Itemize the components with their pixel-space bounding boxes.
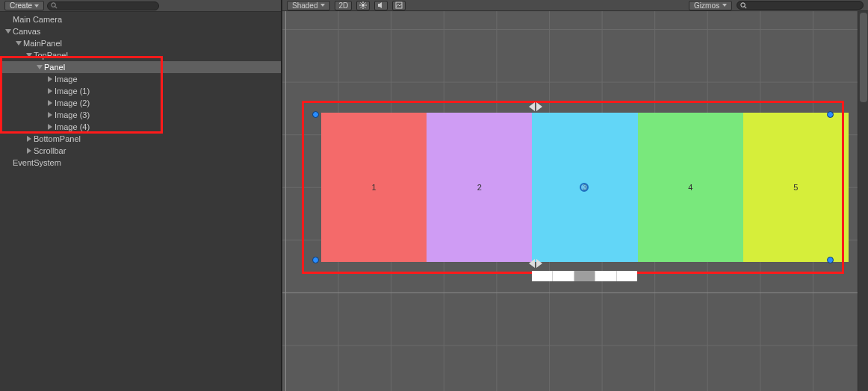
hierarchy-item-label: Panel bbox=[43, 63, 65, 72]
hierarchy-item[interactable]: Scrollbar bbox=[0, 145, 281, 157]
mode-2d-label: 2D bbox=[338, 1, 348, 10]
pivot-handle[interactable] bbox=[580, 183, 589, 192]
scene-viewport[interactable]: 12345 bbox=[282, 11, 868, 391]
search-icon bbox=[51, 2, 58, 9]
hierarchy-item-label: EventSystem bbox=[12, 158, 61, 167]
create-button[interactable]: Create bbox=[4, 1, 44, 10]
gizmos-dropdown[interactable]: Gizmos bbox=[689, 1, 732, 10]
audio-toggle[interactable] bbox=[374, 1, 388, 10]
svg-point-0 bbox=[52, 3, 55, 7]
vertical-scrollbar[interactable] bbox=[858, 11, 868, 391]
scene-panel: Shaded 2D bbox=[282, 0, 868, 391]
hierarchy-search-input[interactable] bbox=[47, 1, 159, 10]
foldout-closed-icon[interactable] bbox=[25, 135, 33, 143]
scene-toolbar: Shaded 2D bbox=[282, 0, 868, 11]
foldout-closed-icon[interactable] bbox=[46, 111, 54, 119]
hierarchy-item-label: Main Camera bbox=[12, 15, 62, 24]
hierarchy-item-label: MainPanel bbox=[22, 39, 62, 48]
chevron-down-icon bbox=[320, 4, 325, 7]
hierarchy-item[interactable]: MainPanel bbox=[0, 37, 281, 49]
canvas-scrollbar[interactable] bbox=[532, 271, 637, 281]
svg-marker-9 bbox=[48, 112, 52, 118]
svg-line-25 bbox=[745, 6, 746, 7]
svg-marker-7 bbox=[48, 88, 52, 94]
hierarchy-item[interactable]: Image (4) bbox=[0, 121, 281, 133]
svg-marker-6 bbox=[48, 76, 52, 82]
svg-point-13 bbox=[362, 4, 365, 7]
triangle-right-icon bbox=[536, 259, 542, 268]
hierarchy-item[interactable]: TopPanel bbox=[0, 49, 281, 61]
triangle-left-icon bbox=[529, 259, 535, 268]
foldout-none bbox=[4, 16, 12, 23]
hierarchy-item[interactable]: Image (3) bbox=[0, 109, 281, 121]
scrollbar-thumb[interactable] bbox=[860, 13, 867, 102]
sun-icon bbox=[359, 1, 367, 9]
foldout-closed-icon[interactable] bbox=[25, 147, 33, 154]
svg-line-19 bbox=[365, 7, 366, 8]
fx-toggle[interactable] bbox=[392, 1, 406, 10]
triangle-right-icon bbox=[536, 102, 542, 111]
audio-icon bbox=[377, 1, 385, 9]
svg-line-1 bbox=[55, 7, 57, 8]
grid-axis bbox=[282, 293, 868, 293]
foldout-open-icon[interactable] bbox=[36, 63, 43, 71]
hierarchy-item-label: Scrollbar bbox=[33, 146, 66, 155]
foldout-closed-icon[interactable] bbox=[46, 123, 54, 131]
hierarchy-item[interactable]: Main Camera bbox=[0, 13, 281, 25]
mode-2d-toggle[interactable]: 2D bbox=[335, 1, 352, 10]
svg-marker-4 bbox=[26, 53, 32, 57]
handle-top-left[interactable] bbox=[312, 111, 319, 118]
hierarchy-item-label: Image bbox=[54, 75, 78, 84]
svg-marker-10 bbox=[48, 124, 52, 130]
svg-marker-11 bbox=[27, 136, 31, 142]
triangle-left-icon bbox=[529, 102, 535, 111]
image-icon bbox=[395, 1, 403, 9]
anchor-top-gizmo[interactable] bbox=[529, 102, 542, 111]
svg-marker-12 bbox=[27, 148, 31, 154]
hierarchy-item-label: Image (4) bbox=[54, 122, 90, 131]
hierarchy-item[interactable]: Image (1) bbox=[0, 85, 281, 97]
gizmos-label: Gizmos bbox=[694, 1, 719, 10]
foldout-open-icon[interactable] bbox=[25, 51, 33, 59]
svg-line-18 bbox=[361, 3, 362, 4]
foldout-closed-icon[interactable] bbox=[46, 99, 54, 107]
hierarchy-item-label: Image (1) bbox=[54, 87, 90, 96]
hierarchy-item[interactable]: Image bbox=[0, 73, 281, 85]
hierarchy-item[interactable]: Canvas bbox=[0, 25, 281, 37]
anchor-bottom-gizmo[interactable] bbox=[529, 259, 542, 268]
hierarchy-item-label: Image (2) bbox=[54, 98, 90, 107]
foldout-closed-icon[interactable] bbox=[46, 87, 54, 95]
foldout-open-icon[interactable] bbox=[15, 40, 22, 47]
scene-search-input[interactable] bbox=[737, 1, 864, 10]
lighting-toggle[interactable] bbox=[356, 1, 370, 10]
hierarchy-item[interactable]: BottomPanel bbox=[0, 133, 281, 145]
svg-marker-2 bbox=[5, 29, 11, 34]
hierarchy-item[interactable]: Image (2) bbox=[0, 97, 281, 109]
svg-marker-8 bbox=[48, 100, 52, 106]
hierarchy-item-label: TopPanel bbox=[33, 51, 68, 60]
svg-line-20 bbox=[365, 3, 366, 4]
svg-marker-5 bbox=[37, 65, 43, 69]
scrollbar-thumb[interactable] bbox=[574, 271, 595, 281]
shaded-dropdown[interactable]: Shaded bbox=[287, 1, 330, 10]
hierarchy-item-label: BottomPanel bbox=[33, 134, 81, 143]
hierarchy-tree: Main CameraCanvasMainPanelTopPanelPanelI… bbox=[0, 12, 281, 169]
hierarchy-toolbar: Create bbox=[0, 0, 281, 12]
svg-point-24 bbox=[741, 2, 745, 6]
handle-top-right[interactable] bbox=[827, 111, 834, 118]
svg-marker-3 bbox=[16, 41, 22, 46]
foldout-open-icon[interactable] bbox=[4, 28, 12, 35]
hierarchy-item[interactable]: EventSystem bbox=[0, 157, 281, 169]
handle-bottom-left[interactable] bbox=[312, 257, 319, 263]
handle-bottom-right[interactable] bbox=[827, 257, 834, 263]
svg-marker-22 bbox=[378, 2, 382, 8]
hierarchy-item[interactable]: Panel bbox=[0, 61, 281, 73]
chevron-down-icon bbox=[34, 4, 39, 7]
foldout-none bbox=[4, 159, 12, 166]
selection-box[interactable] bbox=[302, 101, 844, 274]
chevron-down-icon bbox=[722, 4, 727, 7]
create-label: Create bbox=[10, 1, 32, 10]
svg-line-21 bbox=[361, 7, 362, 8]
foldout-closed-icon[interactable] bbox=[46, 75, 54, 83]
search-icon bbox=[740, 2, 747, 9]
